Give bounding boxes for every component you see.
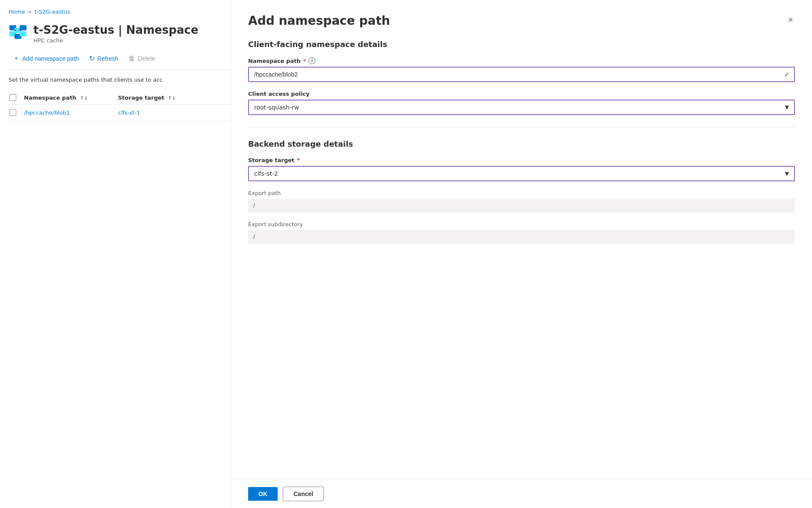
table-row: /hpccache/blob1 clfs-st-1	[9, 105, 231, 121]
description-text: Set the virtual namespace paths that cli…	[9, 76, 222, 84]
add-namespace-drawer: Add namespace path × Client-facing names…	[231, 0, 812, 508]
storage-target-label: Storage target *	[248, 157, 795, 163]
cancel-button[interactable]: Cancel	[283, 487, 324, 501]
svg-rect-5	[20, 31, 27, 36]
namespace-table: Namespace path ↑↓ Storage target ↑↓ /hpc…	[9, 91, 231, 121]
namespace-path-label: Namespace path * i	[248, 57, 795, 64]
resource-header: t-S2G-eastus | Namespace HPC cache	[9, 24, 231, 44]
storage-target-select[interactable]: clfs-st-2 ▼	[248, 166, 795, 181]
refresh-icon: ↻	[89, 54, 95, 62]
plus-icon: ＋	[13, 54, 20, 63]
breadcrumb-current[interactable]: t-S2G-eastus	[34, 9, 70, 15]
client-access-policy-label: Client access policy	[248, 91, 795, 97]
client-access-policy-select[interactable]: root-squash-rw ▼	[248, 100, 795, 115]
close-button[interactable]: ×	[786, 14, 795, 26]
backend-section-title: Backend storage details	[248, 139, 795, 148]
export-subdirectory-group: Export subdirectory	[248, 221, 795, 244]
export-path-group: Export path	[248, 190, 795, 213]
breadcrumb: Home > t-S2G-eastus	[9, 9, 231, 15]
storage-required-star: *	[297, 157, 300, 163]
client-section-title: Client-facing namespace details	[248, 40, 795, 49]
add-namespace-path-button[interactable]: ＋ Add namespace path	[9, 51, 83, 65]
sort-storage-icon: ↑↓	[168, 95, 176, 101]
select-arrow-icon: ▼	[785, 104, 789, 110]
svg-rect-4	[20, 25, 27, 30]
input-valid-icon: ✓	[784, 71, 790, 79]
select-all-checkbox[interactable]	[9, 94, 16, 101]
breadcrumb-home[interactable]: Home	[9, 9, 25, 15]
row-checkbox[interactable]	[9, 109, 16, 116]
section-divider	[248, 127, 795, 127]
export-path-input	[248, 199, 795, 213]
export-path-label: Export path	[248, 190, 795, 196]
storage-select-arrow-icon: ▼	[785, 171, 789, 177]
namespace-path-input[interactable]	[248, 67, 795, 82]
drawer-header: Add namespace path ×	[248, 14, 795, 28]
resource-subtitle: HPC cache	[33, 37, 199, 44]
namespace-path-group: Namespace path * i ✓	[248, 57, 795, 82]
client-access-policy-group: Client access policy root-squash-rw ▼	[248, 91, 795, 115]
namespace-path-input-wrapper: ✓	[248, 67, 795, 82]
required-star: *	[303, 58, 306, 64]
row-storage[interactable]: clfs-st-1	[118, 109, 204, 116]
storage-target-group: Storage target * clfs-st-2 ▼	[248, 157, 795, 181]
delete-icon: 🗑	[128, 55, 135, 62]
sort-namespace-icon: ↑↓	[80, 95, 88, 101]
drawer-footer: OK Cancel	[231, 479, 812, 508]
header-storage[interactable]: Storage target ↑↓	[118, 95, 204, 101]
delete-button[interactable]: 🗑 Delete	[124, 52, 159, 65]
toolbar: ＋ Add namespace path ↻ Refresh 🗑 Delete	[9, 51, 231, 70]
info-icon[interactable]: i	[308, 57, 315, 64]
hpc-cache-icon	[9, 24, 27, 43]
refresh-button[interactable]: ↻ Refresh	[85, 52, 122, 65]
header-check-col	[9, 94, 24, 101]
storage-target-link[interactable]: clfs-st-1	[118, 109, 140, 116]
header-namespace[interactable]: Namespace path ↑↓	[24, 95, 118, 101]
breadcrumb-separator: >	[27, 9, 32, 15]
table-header: Namespace path ↑↓ Storage target ↑↓	[9, 91, 231, 105]
row-check-col	[9, 109, 24, 116]
row-namespace[interactable]: /hpccache/blob1	[24, 109, 118, 116]
namespace-path-link[interactable]: /hpccache/blob1	[24, 109, 70, 116]
export-subdirectory-input	[248, 230, 795, 244]
export-subdirectory-label: Export subdirectory	[248, 221, 795, 227]
resource-title: t-S2G-eastus | Namespace	[33, 24, 199, 36]
ok-button[interactable]: OK	[248, 487, 278, 501]
drawer-title: Add namespace path	[248, 14, 390, 28]
